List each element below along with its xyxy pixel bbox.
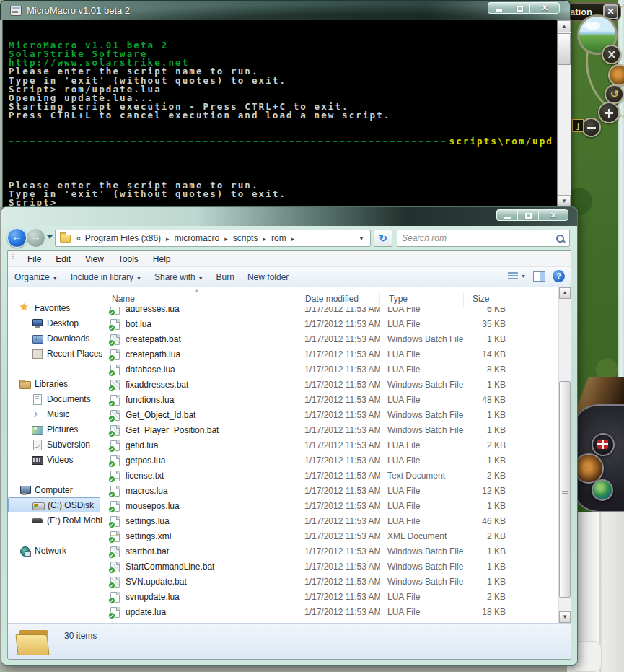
chevron-right-icon[interactable] [288, 235, 299, 243]
back-button[interactable] [7, 228, 27, 248]
zoom-out-button[interactable] [581, 118, 601, 137]
breadcrumb-segment[interactable]: micromacro [173, 232, 221, 245]
table-row[interactable]: fixaddresses.bat 1/17/2012 11:53 AM Wind… [103, 378, 558, 393]
table-row[interactable]: startbot.bat 1/17/2012 11:53 AM Windows … [103, 544, 558, 559]
table-row[interactable]: functions.lua 1/17/2012 11:53 AM LUA Fil… [103, 393, 558, 408]
sidebar-item-network[interactable]: Network [8, 543, 103, 558]
sidebar-item-subversion[interactable]: Subversion [8, 437, 103, 452]
table-row[interactable]: Get_Object_Id.bat 1/17/2012 11:53 AM Win… [103, 408, 558, 423]
scroll-up-icon[interactable] [559, 287, 571, 299]
file-size: 2 KB [464, 529, 506, 544]
address-bar[interactable]: « Program Files (x86)micromacroscriptsro… [55, 230, 371, 247]
scroll-down-icon[interactable] [559, 611, 571, 623]
console-scrollbar[interactable] [557, 20, 571, 207]
sidebar-item-music[interactable]: Music [8, 406, 103, 422]
explorer-titlebar[interactable] [1, 207, 577, 226]
pvp-swords-icon[interactable] [602, 45, 621, 64]
breadcrumb-segment[interactable]: scripts [232, 232, 260, 245]
scrollbar-thumb[interactable] [558, 33, 571, 65]
table-row[interactable]: Get_Player_Position.bat 1/17/2012 11:53 … [103, 423, 558, 438]
menu-grip [12, 254, 14, 264]
burn-button[interactable]: Burn [210, 269, 241, 285]
world-button[interactable] [592, 479, 613, 501]
minimap-rotate-icon[interactable] [605, 84, 624, 104]
table-row[interactable]: bot.lua 1/17/2012 11:53 AM LUA File 35 K… [103, 317, 558, 332]
sidebar-item-documents[interactable]: Documents [8, 391, 103, 406]
chevron-right-icon[interactable] [221, 235, 232, 243]
column-header-name[interactable]: Name [103, 292, 296, 307]
table-row[interactable]: SVN.update.bat 1/17/2012 11:53 AM Window… [103, 575, 558, 590]
file-name-cell: svnupdate.lua [103, 590, 296, 605]
table-row[interactable]: license.txt 1/17/2012 11:53 AM Text Docu… [103, 468, 558, 484]
gift-button[interactable] [592, 433, 615, 456]
sidebar-item-downloads[interactable]: Downloads [8, 331, 103, 346]
menu-edit[interactable]: Edit [48, 253, 78, 266]
scroll-down-icon[interactable] [558, 195, 571, 207]
sidebar-item-rom-drive[interactable]: (F:) RoM Mobi [8, 512, 103, 528]
help-button[interactable] [553, 270, 565, 282]
maximize-button[interactable] [517, 209, 538, 221]
table-row[interactable]: createpath.bat 1/17/2012 11:53 AM Window… [103, 332, 558, 347]
bag-icon[interactable] [608, 64, 624, 86]
include-in-library-button[interactable]: Include in library [64, 269, 148, 285]
breadcrumb-segment[interactable]: rom [270, 232, 288, 245]
close-button[interactable] [529, 2, 560, 14]
sidebar-item-videos[interactable]: Videos [8, 452, 103, 467]
table-row[interactable]: getid.lua 1/17/2012 11:53 AM LUA File 2 … [103, 438, 558, 453]
breadcrumb-overflow[interactable]: « [74, 233, 84, 243]
maximize-icon [517, 6, 523, 12]
list-scrollbar[interactable] [558, 287, 571, 623]
minimize-button[interactable] [488, 2, 509, 14]
share-with-button[interactable]: Share with [148, 269, 210, 285]
sidebar-item-recent-places[interactable]: Recent Places [8, 346, 103, 361]
maximize-button[interactable] [509, 2, 529, 14]
menu-tools[interactable]: Tools [111, 253, 146, 266]
sidebar-item-computer[interactable]: Computer [8, 482, 103, 497]
zoom-in-button[interactable] [598, 102, 620, 123]
sidebar-item-favorites[interactable]: Favorites [8, 300, 103, 315]
chevron-right-icon[interactable] [259, 235, 270, 243]
table-row[interactable]: createpath.lua 1/17/2012 11:53 AM LUA Fi… [103, 347, 558, 362]
sidebar-item-libraries[interactable]: Libraries [8, 376, 103, 391]
chevron-right-icon[interactable] [162, 235, 173, 243]
views-button[interactable] [508, 272, 526, 281]
search-placeholder: Search rom [402, 233, 555, 243]
table-row[interactable]: settings.xml 1/17/2012 11:53 AM XML Docu… [103, 529, 558, 544]
close-button[interactable] [538, 209, 568, 221]
address-dropdown-icon[interactable] [356, 235, 367, 242]
table-row[interactable]: update.lua 1/17/2012 11:53 AM LUA File 1… [103, 605, 558, 620]
minimize-button[interactable] [496, 209, 517, 221]
forward-button[interactable] [26, 228, 45, 248]
console-titlebar[interactable]: MicroMacro v1.01 beta 2 [0, 0, 571, 20]
menu-help[interactable]: Help [146, 253, 178, 266]
table-row[interactable]: settings.lua 1/17/2012 11:53 AM LUA File… [103, 514, 558, 529]
breadcrumb-segment[interactable]: Program Files (x86) [84, 232, 162, 245]
refresh-button[interactable] [374, 230, 392, 247]
file-date: 1/17/2012 11:53 AM [296, 514, 380, 529]
table-row[interactable]: StartCommandLine.bat 1/17/2012 11:53 AM … [103, 559, 558, 575]
table-row[interactable]: mousepos.lua 1/17/2012 11:53 AM LUA File… [103, 499, 558, 514]
column-header-size[interactable]: Size [464, 292, 511, 307]
sidebar-item-pictures[interactable]: Pictures [8, 422, 103, 437]
sidebar-item-desktop[interactable]: Desktop [8, 315, 103, 331]
table-row[interactable]: database.lua 1/17/2012 11:53 AM LUA File… [103, 362, 558, 378]
organize-button[interactable]: Organize [8, 269, 64, 285]
file-date: 1/17/2012 11:53 AM [296, 332, 380, 347]
menu-view[interactable]: View [78, 253, 111, 266]
table-row[interactable]: macros.lua 1/17/2012 11:53 AM LUA File 1… [103, 484, 558, 499]
table-row[interactable]: getpos.lua 1/17/2012 11:53 AM LUA File 1… [103, 453, 558, 468]
preview-pane-button[interactable] [533, 271, 545, 282]
search-input[interactable]: Search rom [397, 230, 570, 247]
menu-file[interactable]: File [20, 253, 48, 266]
file-date: 1/17/2012 11:53 AM [296, 453, 380, 468]
scroll-up-icon[interactable] [558, 20, 571, 32]
search-icon[interactable] [555, 234, 565, 243]
scrollbar-thumb[interactable] [559, 381, 571, 598]
column-header-date-modified[interactable]: Date modified [296, 292, 380, 307]
table-row[interactable]: addresses.lua 1/17/2012 11:53 AM LUA Fil… [103, 307, 558, 317]
table-row[interactable]: svnupdate.lua 1/17/2012 11:53 AM LUA Fil… [103, 590, 558, 605]
new-folder-button[interactable]: New folder [241, 269, 295, 285]
history-dropdown-icon[interactable] [47, 235, 53, 239]
column-header-type[interactable]: Type [380, 292, 464, 307]
sidebar-item-osdisk[interactable]: (C:) OSDisk [8, 497, 100, 512]
